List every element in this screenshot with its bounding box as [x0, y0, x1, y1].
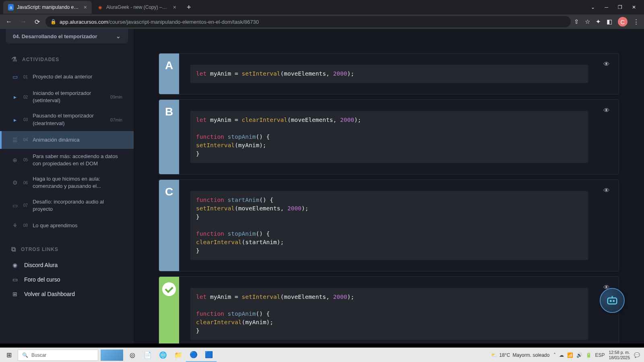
browser-tab[interactable]: ◉ AluraGeek - new (Copy) – Figma ×	[93, 1, 181, 14]
tab-title: AluraGeek - new (Copy) – Figma	[106, 4, 168, 10]
book-icon: ▭	[11, 202, 19, 209]
svg-rect-0	[608, 298, 617, 304]
book-icon: ▭	[11, 74, 19, 80]
vscode-icon[interactable]: 🟦	[201, 348, 217, 362]
sun-cloud-icon: ⛅	[491, 352, 497, 358]
svg-point-1	[610, 300, 611, 302]
close-window-icon[interactable]: ✕	[630, 3, 638, 12]
sidebar-activity-08[interactable]: ⚘ 08 Lo que aprendimos	[0, 217, 134, 234]
tab-title: JavaScript: manipulando element	[17, 4, 79, 10]
module-title: 04. Desarrollando el temporizador	[13, 33, 97, 39]
eye-icon[interactable]: 👁	[603, 107, 610, 114]
answer-badge-correct	[159, 277, 179, 343]
browser-tab-active[interactable]: a JavaScript: manipulando element ×	[3, 1, 92, 14]
svg-point-2	[613, 300, 615, 302]
list-icon: ☰	[11, 137, 19, 143]
main-content[interactable]: A let myAnim = setInterval(moveElements,…	[134, 29, 644, 343]
menu-icon[interactable]: ⋮	[633, 18, 639, 25]
reload-button[interactable]: ⟳	[32, 16, 42, 27]
code-block: let myAnim = setInterval(moveElements, 2…	[190, 288, 588, 340]
tab-strip: a JavaScript: manipulando element × ◉ Al…	[0, 0, 644, 14]
answer-option-d-correct[interactable]: let myAnim = setInterval(moveElements, 2…	[159, 276, 619, 343]
maximize-icon[interactable]: ❐	[616, 3, 624, 12]
answer-option-a[interactable]: A let myAnim = setInterval(moveElements,…	[159, 53, 619, 95]
code-block: let myAnim = clearInterval(moveElements,…	[190, 111, 588, 163]
new-tab-button[interactable]: +	[182, 3, 196, 12]
sidepanel-icon[interactable]: ◧	[607, 18, 612, 25]
section-links-label: ⧉ OTROS LINKS	[0, 234, 134, 258]
sidebar-activity-07[interactable]: ▭ 07 Desafío: incorporando audio al proy…	[0, 194, 134, 217]
sidebar-activity-03[interactable]: ▸ 03 Pausando el temporizador (clearInte…	[0, 108, 134, 131]
answer-badge-c: C	[159, 180, 179, 271]
sidebar-activity-04[interactable]: ☰ 04 Animación dinámica	[0, 131, 134, 149]
people-icon: ⚘	[11, 222, 19, 229]
taskbar-search[interactable]: 🔍 Buscar	[18, 350, 98, 361]
minimize-icon[interactable]: ─	[603, 3, 610, 12]
code-block: let myAnim = setInterval(moveElements, 2…	[190, 65, 588, 83]
extensions-icon[interactable]: ✦	[596, 18, 601, 25]
clock[interactable]: 12:58 p. m. 18/01/2025	[609, 350, 630, 360]
taskbar-widget[interactable]	[101, 350, 123, 361]
link-forum[interactable]: ▭ Foro del curso	[0, 272, 134, 287]
tab-favicon-figma: ◉	[97, 4, 103, 10]
back-button[interactable]: ←	[3, 16, 14, 27]
start-button[interactable]: ⊞	[0, 348, 18, 362]
answer-option-b[interactable]: B let myAnim = clearInterval(moveElement…	[159, 99, 619, 175]
wifi-icon[interactable]: 📶	[567, 352, 573, 358]
close-icon[interactable]: ×	[84, 4, 87, 10]
window-controls: ⌄ ─ ❐ ✕	[589, 3, 644, 12]
plus-circle-icon: ⊕	[11, 157, 19, 163]
system-tray[interactable]: ˄ ☁ 📶 🔊 🔋 ESP	[553, 352, 605, 358]
chrome-icon[interactable]: 🔵	[186, 348, 201, 362]
chat-icon: ▭	[11, 276, 19, 283]
language-indicator[interactable]: ESP	[595, 352, 605, 358]
answer-badge-b: B	[159, 100, 179, 174]
sidebar-activity-05[interactable]: ⊕ 05 Para saber más: accediendo a datos …	[0, 149, 134, 171]
edge-icon[interactable]: 🌐	[155, 348, 171, 362]
volume-icon[interactable]: 🔊	[576, 352, 582, 358]
battery-icon[interactable]: 🔋	[586, 352, 592, 358]
files-icon[interactable]: 📁	[171, 348, 186, 362]
wrench-icon: ⚙	[11, 179, 19, 186]
sidebar-activity-02[interactable]: ▸ 02 Iniciando el temporizador (setInter…	[0, 86, 134, 108]
cloud-icon[interactable]: ☁	[559, 352, 564, 358]
chevron-up-icon[interactable]: ˄	[553, 352, 556, 358]
module-header[interactable]: 04. Desarrollando el temporizador ⌄	[6, 29, 128, 43]
chevron-down-icon[interactable]: ⌄	[589, 3, 597, 12]
check-icon	[162, 282, 176, 296]
address-bar[interactable]: 🔒 app.aluracursos.com/course/javascript-…	[45, 16, 571, 27]
link-discord[interactable]: ◉ Discord Alura	[0, 258, 134, 272]
close-icon[interactable]: ×	[173, 4, 176, 10]
play-icon: ▸	[11, 94, 19, 100]
answer-badge-a: A	[159, 53, 179, 94]
toolbar-right: ⇧ ☆ ✦ ◧ C ⋮	[574, 17, 641, 27]
windows-taskbar: ⊞ 🔍 Buscar ◎ 📄 🌐 📁 🔵 🟦 ⛅ 18°C Mayorm. so…	[0, 348, 644, 362]
app: 04. Desarrollando el temporizador ⌄ ⚗ AC…	[0, 29, 644, 343]
url-text: app.aluracursos.com/course/javascript-ma…	[60, 19, 259, 25]
sidebar-activity-06[interactable]: ⚙ 06 Haga lo que hicimos en aula: comenz…	[0, 171, 134, 194]
eye-icon[interactable]: 👁	[603, 61, 610, 68]
explorer-icon[interactable]: 📄	[140, 348, 155, 362]
copilot-icon[interactable]: ◎	[125, 348, 140, 362]
forward-button[interactable]: →	[18, 16, 29, 27]
lock-icon: 🔒	[50, 19, 56, 25]
chevron-down-icon: ⌄	[116, 33, 121, 39]
flask-icon: ⚗	[11, 56, 17, 63]
browser-chrome: a JavaScript: manipulando element × ◉ Al…	[0, 0, 644, 29]
profile-avatar[interactable]: C	[618, 17, 627, 27]
sidebar-activity-01[interactable]: ▭ 01 Proyecto del aula anterior	[0, 68, 134, 86]
chat-assistant-button[interactable]	[600, 288, 625, 313]
tab-favicon-alura: a	[8, 4, 14, 10]
link-icon: ⧉	[11, 246, 16, 253]
weather-widget[interactable]: ⛅ 18°C Mayorm. soleado	[491, 352, 550, 358]
notifications-icon[interactable]: 💬	[634, 352, 640, 358]
share-icon[interactable]: ⇧	[574, 18, 579, 25]
code-block: function startAnim() { setInterval(moveE…	[190, 191, 588, 260]
taskbar-right: ⛅ 18°C Mayorm. soleado ˄ ☁ 📶 🔊 🔋 ESP 12:…	[491, 350, 644, 360]
answer-option-c[interactable]: C function startAnim() { setInterval(mov…	[159, 179, 619, 272]
link-dashboard[interactable]: ⊞ Volver al Dashboard	[0, 287, 134, 301]
bookmark-icon[interactable]: ☆	[585, 18, 590, 25]
play-icon: ▸	[11, 117, 19, 123]
browser-toolbar: ← → ⟳ 🔒 app.aluracursos.com/course/javas…	[0, 14, 644, 29]
eye-icon[interactable]: 👁	[603, 187, 610, 194]
